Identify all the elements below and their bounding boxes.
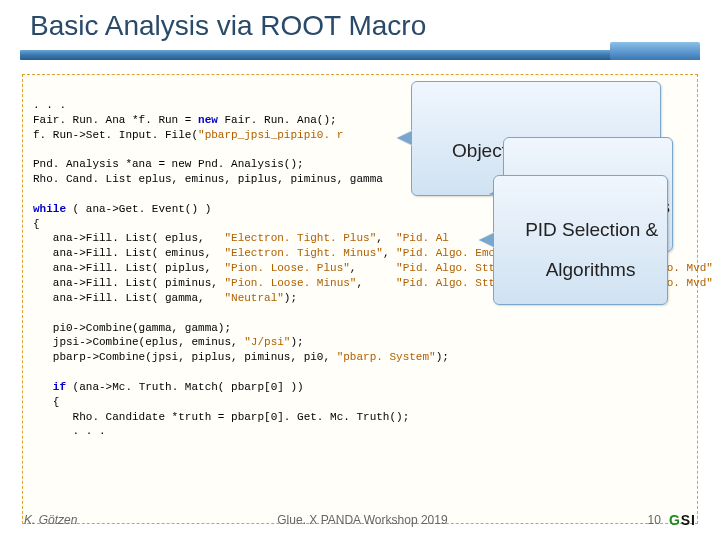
code-line: ,: [383, 247, 396, 259]
keyword: new: [198, 114, 218, 126]
code-line: ana->Fill. List( gamma,: [33, 292, 224, 304]
string: "Electron. Tight. Plus": [224, 232, 376, 244]
string: "Electron. Tight. Minus": [224, 247, 382, 259]
title-divider: [20, 50, 700, 60]
code-line: f. Run->Set. Input. File(: [33, 129, 198, 141]
code-line: Rho. Cand. List eplus, eminus, piplus, p…: [33, 173, 383, 185]
callout-text: Algorithms: [546, 259, 636, 280]
code-line: ,: [356, 277, 396, 289]
footer-author: K. Götzen: [24, 513, 77, 527]
code-line: ana->Fill. List( piplus,: [33, 262, 224, 274]
keyword: if: [33, 381, 66, 393]
callout-tail-icon: [396, 130, 412, 146]
string: "Neutral": [224, 292, 283, 304]
string: "Pid. Al: [396, 232, 449, 244]
callout-pid-selection: PID Selection & Algorithms: [493, 175, 668, 305]
callout-text: PID Selection &: [525, 219, 658, 240]
code-line: pi0->Combine(gamma, gamma);: [33, 322, 231, 334]
code-line: ana->Fill. List( eminus,: [33, 247, 224, 259]
string: "pbarp. System": [337, 351, 436, 363]
code-line: jpsi->Combine(eplus, eminus,: [33, 336, 244, 348]
footer-center: Glue. X PANDA Workshop 2019: [77, 513, 647, 527]
code-line: );: [713, 277, 720, 289]
code-line: ( ana->Get. Event() ): [66, 203, 211, 215]
title-bar: Basic Analysis via ROOT Macro: [0, 0, 720, 48]
callout-tail-icon: [478, 232, 494, 248]
code-listing: . . . Fair. Run. Ana *f. Run = new Fair.…: [22, 74, 698, 524]
footer: K. Götzen Glue. X PANDA Workshop 2019 10…: [0, 512, 720, 528]
code-line: Fair. Run. Ana();: [218, 114, 337, 126]
string: "Pion. Loose. Minus": [224, 277, 356, 289]
code-line: Pnd. Analysis *ana = new Pnd. Analysis()…: [33, 158, 304, 170]
logo-i: I: [691, 512, 696, 528]
code-line: ,: [376, 232, 396, 244]
code-line: pbarp->Combine(jpsi, piplus, piminus, pi…: [33, 351, 337, 363]
slide-title: Basic Analysis via ROOT Macro: [30, 10, 720, 42]
code-line: );: [436, 351, 449, 363]
code-line: (ana->Mc. Truth. Match( pbarp[0] )): [66, 381, 304, 393]
string: "Pion. Loose. Plus": [224, 262, 349, 274]
code-line: );: [284, 292, 297, 304]
logo-s: S: [681, 512, 691, 528]
code-line: . . .: [33, 425, 106, 437]
code-line: {: [33, 396, 59, 408]
logo-g: G: [669, 512, 681, 528]
footer-page: 10: [648, 513, 661, 527]
code-line: );: [713, 262, 720, 274]
code-line: Fair. Run. Ana *f. Run =: [33, 114, 198, 126]
string: "J/psi": [244, 336, 290, 348]
code-line: ana->Fill. List( piminus,: [33, 277, 224, 289]
string: "pbarp_jpsi_pipipi0. r: [198, 129, 343, 141]
code-line: . . .: [33, 99, 66, 111]
code-line: ana->Fill. List( eplus,: [33, 232, 224, 244]
code-line: ,: [350, 262, 396, 274]
code-line: {: [33, 218, 40, 230]
code-line: Rho. Candidate *truth = pbarp[0]. Get. M…: [33, 411, 409, 423]
gsi-logo: GSI: [669, 512, 696, 528]
code-line: );: [290, 336, 303, 348]
keyword: while: [33, 203, 66, 215]
